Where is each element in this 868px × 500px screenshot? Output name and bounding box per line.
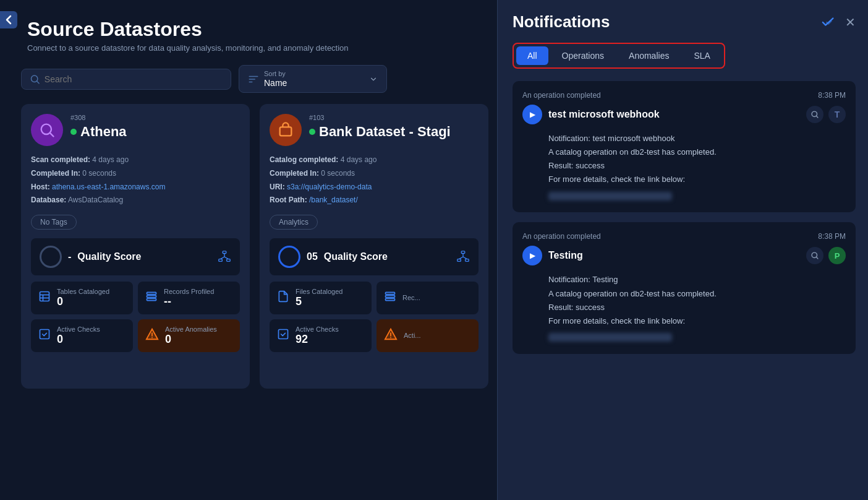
- blurred-link: [548, 192, 672, 200]
- notification-time: 8:38 PM: [818, 91, 846, 100]
- card-meta: Catalog completed: 4 days ago Completed …: [270, 153, 479, 207]
- play-button[interactable]: ▶: [522, 105, 542, 124]
- search-box[interactable]: [21, 69, 231, 90]
- table-icon: [38, 290, 51, 306]
- notif-card-header: An operation completed 8:38 PM: [522, 91, 846, 100]
- cards-grid: #308 Athena Scan completed: 4 days ago C…: [21, 104, 488, 389]
- svg-line-6: [50, 133, 54, 137]
- notif-card-name: test microsoft webhook: [548, 109, 800, 120]
- rows-icon: [384, 290, 396, 306]
- mark-all-read-icon[interactable]: [822, 15, 835, 29]
- notification-card-1: An operation completed 8:38 PM ▶ test mi…: [513, 81, 856, 212]
- warning-icon: [145, 327, 159, 344]
- svg-line-28: [459, 257, 463, 259]
- stat-value: 0: [165, 333, 217, 346]
- datastore-card-athena[interactable]: #308 Athena Scan completed: 4 days ago C…: [21, 104, 250, 389]
- search-icon-circle[interactable]: [806, 106, 823, 123]
- datastore-card-bank[interactable]: #103 Bank Dataset - Stagi Catalog comple…: [260, 104, 488, 389]
- warning-icon: [384, 327, 398, 344]
- teams-icon[interactable]: T: [828, 106, 846, 123]
- page-title: Source Datastores: [27, 17, 488, 41]
- card-tag: Analytics: [270, 215, 318, 230]
- stats-grid: Files Cataloged 5 Rec...: [270, 282, 479, 352]
- page-subtitle: Connect to a source datastore for data q…: [27, 43, 488, 53]
- svg-point-22: [151, 337, 153, 338]
- stat-value: 0: [57, 295, 109, 308]
- svg-rect-19: [147, 298, 156, 300]
- notification-text: Notification: test microsoft webhook: [548, 132, 846, 145]
- sort-dropdown[interactable]: Sort by Name: [239, 65, 387, 93]
- back-button[interactable]: [0, 11, 17, 28]
- svg-line-37: [816, 116, 818, 118]
- svg-line-12: [224, 257, 228, 259]
- check-icon: [277, 328, 289, 343]
- profile-icon[interactable]: P: [828, 247, 846, 264]
- stat-label: Rec...: [402, 294, 420, 301]
- close-button[interactable]: ✕: [845, 15, 856, 30]
- svg-rect-9: [227, 259, 231, 261]
- search-input[interactable]: [45, 74, 222, 84]
- notification-time: 8:38 PM: [818, 232, 846, 241]
- notif-body: Notification: Testing A catalog operatio…: [522, 273, 846, 343]
- stat-label: Records Profiled: [164, 288, 214, 295]
- card-id: #308: [70, 114, 127, 121]
- toolbar: Sort by Name: [21, 65, 488, 93]
- quality-circle-icon: [40, 246, 62, 268]
- stat-label: Active Checks: [296, 325, 339, 333]
- svg-rect-30: [386, 292, 395, 294]
- card-tag: No Tags: [31, 215, 77, 230]
- hierarchy-icon: [456, 250, 470, 264]
- notif-card-icons: P: [806, 247, 846, 264]
- check-icon: [38, 328, 51, 343]
- notifications-panel: Notifications ✕ All Operations Anomalies…: [497, 0, 868, 500]
- svg-line-11: [221, 257, 224, 259]
- svg-rect-33: [279, 329, 288, 338]
- rows-icon: [145, 290, 158, 306]
- avatar: [270, 114, 302, 146]
- quality-score-row: - Quality Score: [31, 238, 240, 275]
- svg-rect-26: [466, 259, 469, 261]
- stat-value: 5: [296, 295, 343, 308]
- play-button[interactable]: ▶: [522, 246, 542, 265]
- search-icon-circle[interactable]: [806, 247, 823, 264]
- svg-rect-31: [386, 295, 395, 297]
- tab-sla[interactable]: SLA: [683, 46, 721, 65]
- stat-label: Active Anomalies: [165, 325, 217, 333]
- card-meta: Scan completed: 4 days ago Completed In:…: [31, 153, 240, 207]
- svg-rect-32: [386, 298, 395, 300]
- notification-text: Notification: Testing: [548, 273, 846, 287]
- operation-label: An operation completed: [522, 91, 601, 100]
- stat-active-anomalies-2: Acti...: [377, 319, 479, 352]
- svg-rect-7: [223, 251, 226, 254]
- stat-value: --: [164, 295, 214, 308]
- tab-anomalies[interactable]: Anomalies: [618, 46, 680, 65]
- notif-card-header: An operation completed 8:38 PM: [522, 232, 846, 241]
- notif-title-row: ▶ Testing P: [522, 246, 846, 265]
- svg-rect-23: [280, 127, 292, 136]
- operation-detail: A catalog operation on db2-test has comp…: [548, 287, 846, 301]
- notif-card-name: Testing: [548, 250, 800, 261]
- notif-body: Notification: test microsoft webhook A c…: [522, 132, 846, 202]
- quality-score-row: 05 Quality Score: [270, 238, 479, 275]
- result: Result: success: [548, 159, 846, 173]
- stat-files-cataloged: Files Cataloged 5: [270, 282, 372, 314]
- stat-records-profiled-2: Rec...: [377, 282, 479, 314]
- svg-line-1: [36, 81, 39, 84]
- avatar: [31, 114, 63, 146]
- stat-label: Active Checks: [57, 325, 100, 333]
- blurred-link: [548, 333, 672, 342]
- notif-card-icons: T: [806, 106, 846, 123]
- svg-rect-24: [461, 251, 465, 254]
- card-name: Athena: [70, 124, 127, 140]
- tab-all[interactable]: All: [516, 46, 548, 65]
- svg-line-39: [816, 257, 818, 259]
- status-dot: [309, 129, 315, 135]
- quality-score-prefix: -: [68, 251, 71, 262]
- quality-circle-icon: [278, 246, 300, 268]
- operation-label: An operation completed: [522, 232, 601, 241]
- stat-active-checks: Active Checks 0: [31, 319, 133, 352]
- tab-operations[interactable]: Operations: [551, 46, 615, 65]
- card-header: #308 Athena: [31, 114, 240, 146]
- quality-score-label: Quality Score: [324, 251, 388, 262]
- svg-line-29: [463, 257, 467, 259]
